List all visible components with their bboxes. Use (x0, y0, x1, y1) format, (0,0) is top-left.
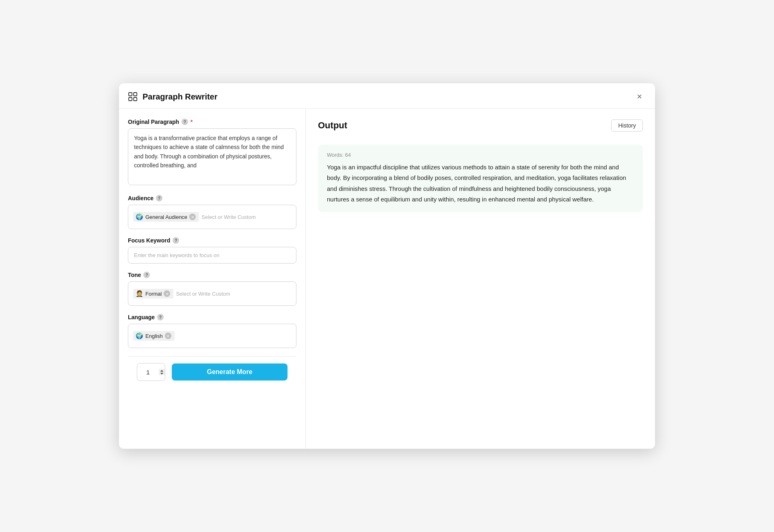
modal-container: Paragraph Rewriter × Original Paragraph … (119, 83, 655, 449)
output-text: Yoga is an impactful discipline that uti… (327, 162, 634, 205)
audience-tag-remove-button[interactable]: × (189, 214, 196, 220)
modal-header: Paragraph Rewriter × (119, 83, 655, 109)
original-paragraph-help-icon[interactable]: ? (182, 119, 188, 125)
tone-section: Tone ? 🤵 Formal × Select or Write Custom (128, 272, 296, 306)
tone-help-icon[interactable]: ? (143, 272, 150, 278)
audience-section: Audience ? 🌍 General Audience × Select o… (128, 195, 296, 229)
left-panel: Original Paragraph ? * Audience ? 🌍 Gene… (119, 109, 306, 449)
modal-body: Original Paragraph ? * Audience ? 🌍 Gene… (119, 109, 655, 449)
close-button[interactable]: × (635, 91, 644, 103)
language-tag-emoji: 🌍 (136, 332, 143, 340)
language-label: Language ? (128, 314, 296, 320)
tone-tag-remove-button[interactable]: × (164, 290, 170, 297)
audience-tag-input[interactable]: 🌍 General Audience × Select or Write Cus… (128, 205, 296, 229)
svg-rect-2 (129, 97, 132, 101)
language-tag: 🌍 English × (133, 331, 175, 341)
generate-more-button[interactable]: Generate More (172, 363, 288, 381)
svg-rect-0 (129, 93, 132, 96)
audience-help-icon[interactable]: ? (156, 195, 162, 201)
output-header-row: Output History (318, 119, 643, 139)
word-count: Words: 64 (327, 152, 634, 158)
tone-placeholder: Select or Write Custom (176, 291, 230, 297)
original-paragraph-label: Original Paragraph ? * (128, 119, 296, 125)
output-card: Words: 64 Yoga is an impactful disciplin… (318, 145, 643, 212)
audience-tag-emoji: 🌍 (136, 213, 143, 221)
svg-rect-3 (134, 97, 137, 101)
focus-keyword-input[interactable] (128, 247, 296, 264)
focus-keyword-help-icon[interactable]: ? (173, 237, 179, 244)
language-help-icon[interactable]: ? (157, 314, 164, 320)
modal-title-area: Paragraph Rewriter (127, 91, 218, 102)
tone-tag-emoji: 🤵 (136, 290, 143, 297)
output-title: Output (318, 120, 347, 131)
modal-title: Paragraph Rewriter (143, 92, 218, 102)
language-section: Language ? 🌍 English × (128, 314, 296, 348)
focus-keyword-label: Focus Keyword ? (128, 237, 296, 244)
audience-placeholder: Select or Write Custom (201, 214, 255, 220)
original-paragraph-textarea[interactable] (128, 128, 296, 185)
language-tag-text: English (145, 333, 163, 339)
counter-input[interactable] (137, 363, 165, 381)
required-star: * (190, 119, 192, 125)
audience-tag: 🌍 General Audience × (133, 212, 199, 222)
bottom-bar: Generate More (128, 356, 296, 387)
language-tag-remove-button[interactable]: × (165, 333, 171, 339)
focus-keyword-section: Focus Keyword ? (128, 237, 296, 264)
audience-tag-text: General Audience (145, 214, 187, 220)
right-panel: Output History Words: 64 Yoga is an impa… (306, 109, 655, 449)
audience-label: Audience ? (128, 195, 296, 201)
tone-tag-input[interactable]: 🤵 Formal × Select or Write Custom (128, 281, 296, 306)
language-tag-input[interactable]: 🌍 English × (128, 324, 296, 348)
original-paragraph-section: Original Paragraph ? * (128, 119, 296, 187)
tone-label: Tone ? (128, 272, 296, 278)
svg-rect-1 (134, 93, 137, 96)
grid-icon (127, 91, 138, 102)
tone-tag: 🤵 Formal × (133, 289, 173, 298)
history-button[interactable]: History (611, 119, 643, 132)
tone-tag-text: Formal (145, 291, 162, 297)
